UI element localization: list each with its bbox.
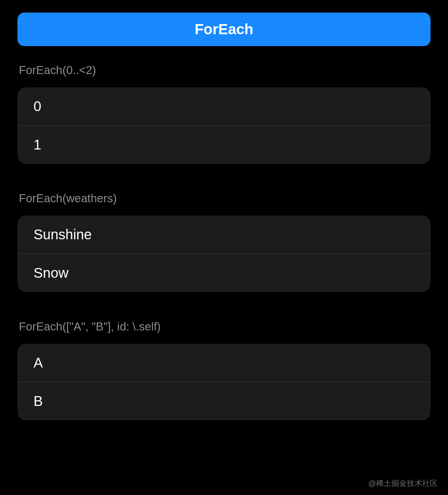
list-item[interactable]: 1 xyxy=(17,126,431,164)
list-item[interactable]: 0 xyxy=(17,87,431,126)
watermark: @稀土掘金技术社区 xyxy=(368,478,438,489)
list-item[interactable]: A xyxy=(17,344,431,382)
header-title: ForEach xyxy=(194,21,253,37)
section-header-range: ForEach(0..<2) xyxy=(17,64,431,77)
section-header-letters: ForEach(["A", "B"], id: \.self) xyxy=(17,320,431,333)
list-item[interactable]: B xyxy=(17,382,431,420)
card-range: 0 1 xyxy=(17,87,431,164)
card-letters: A B xyxy=(17,344,431,420)
section-header-weathers: ForEach(weathers) xyxy=(17,192,431,205)
card-weathers: Sunshine Snow xyxy=(17,216,431,292)
list-item[interactable]: Snow xyxy=(17,254,431,292)
list-item[interactable]: Sunshine xyxy=(17,216,431,254)
header-button[interactable]: ForEach xyxy=(17,13,431,46)
